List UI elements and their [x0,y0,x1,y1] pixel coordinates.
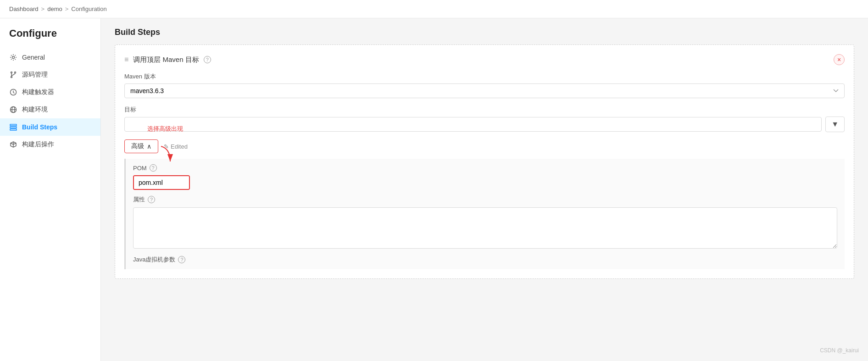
svg-point-1 [11,72,12,73]
sidebar-item-post-build[interactable]: 构建后操作 [0,136,100,153]
pom-help-icon[interactable]: ? [150,164,157,172]
svg-point-3 [11,77,12,78]
breadcrumb-current: Configuration [71,6,106,12]
sidebar-item-source[interactable]: 源码管理 [0,66,100,83]
breadcrumb-sep-2: > [65,6,69,12]
sidebar: Configure General [0,18,101,361]
attr-textarea[interactable] [133,207,837,249]
breadcrumb-dashboard[interactable]: Dashboard [9,6,39,12]
maven-version-group: Maven 版本 maven3.6.3 maven3.8.1 maven3.9.… [124,72,845,98]
breadcrumb-demo[interactable]: demo [47,6,62,12]
sidebar-item-post-build-label: 构建后操作 [22,140,54,149]
target-row: ▼ [124,117,845,132]
content-area: Configure General [0,18,868,361]
advanced-section: 选择高级出现 高级 [124,139,845,269]
sidebar-item-build-steps[interactable]: Build Steps [0,118,100,136]
list-icon [9,123,17,131]
sidebar-item-env-label: 构建环境 [22,106,48,114]
gear-icon [9,53,17,61]
breadcrumb-sep-1: > [41,6,45,12]
card-help-icon[interactable]: ? [204,56,211,63]
attr-help-icon[interactable]: ? [148,196,155,203]
clock-icon [9,88,17,96]
sidebar-title: Configure [0,28,100,49]
globe-icon [9,106,17,114]
sidebar-item-triggers-label: 构建触发器 [22,88,54,96]
sidebar-item-triggers[interactable]: 构建触发器 [0,83,100,101]
advanced-button[interactable]: 高级 ∧ [124,139,158,153]
card-title: 调用顶层 Maven 目标 [133,56,199,64]
svg-rect-9 [10,129,17,130]
advanced-btn-label: 高级 [131,142,144,150]
target-dropdown-btn[interactable]: ▼ [825,117,845,132]
sidebar-item-general-label: General [22,54,45,61]
sidebar-item-general[interactable]: General [0,49,100,66]
build-step-card: ≡ 调用顶层 Maven 目标 ? × Maven 版本 maven3.6.3 … [115,44,854,279]
pom-label-text: POM [133,165,147,172]
advanced-header: 选择高级出现 高级 [124,139,845,153]
breadcrumb: Dashboard > demo > Configuration [0,0,868,18]
edited-label: ✎ Edited [164,143,188,150]
app-layout: Dashboard > demo > Configuration Configu… [0,0,868,361]
maven-version-select[interactable]: maven3.6.3 maven3.8.1 maven3.9.0 [124,83,845,98]
sidebar-item-build-steps-label: Build Steps [22,123,57,131]
svg-rect-7 [10,124,17,126]
fork-icon [9,71,17,79]
annotation-text: 选择高级出现 [147,125,183,133]
maven-version-label: Maven 版本 [124,72,845,81]
attr-label: 属性 ? [133,195,837,204]
svg-point-0 [12,56,15,59]
java-vm-help-icon[interactable]: ? [178,256,185,263]
page-title: Build Steps [115,28,854,37]
attr-label-text: 属性 [133,195,145,204]
edited-text: Edited [171,143,188,150]
java-vm-label: Java虚拟机参数 ? [133,255,837,264]
advanced-btn-arrow: ∧ [147,143,151,150]
watermark: CSDN @_kairui [820,347,859,354]
sidebar-item-env[interactable]: 构建环境 [0,101,100,118]
annotation-container: 选择高级出现 高级 [124,139,158,153]
target-input[interactable] [124,117,822,132]
svg-rect-8 [10,127,17,128]
drag-icon[interactable]: ≡ [124,56,128,64]
pom-input-wrapper [133,175,190,190]
attr-section: 属性 ? [133,195,837,250]
pom-label: POM ? [133,164,837,172]
svg-point-2 [15,72,16,73]
main-content: Build Steps ≡ 调用顶层 Maven 目标 ? × Maven 版本… [101,18,868,361]
sidebar-item-source-label: 源码管理 [22,71,48,79]
target-group: 目标 ▼ [124,106,845,132]
pom-input[interactable] [134,176,189,189]
card-header-left: ≡ 调用顶层 Maven 目标 ? [124,56,211,64]
close-button[interactable]: × [834,54,845,65]
cube-icon [9,140,17,149]
target-label: 目标 [124,106,845,114]
pom-section: POM ? 属性 ? [124,159,845,269]
edit-icon: ✎ [164,143,169,150]
card-header: ≡ 调用顶层 Maven 目标 ? × [124,54,845,65]
java-vm-label-text: Java虚拟机参数 [133,255,175,264]
